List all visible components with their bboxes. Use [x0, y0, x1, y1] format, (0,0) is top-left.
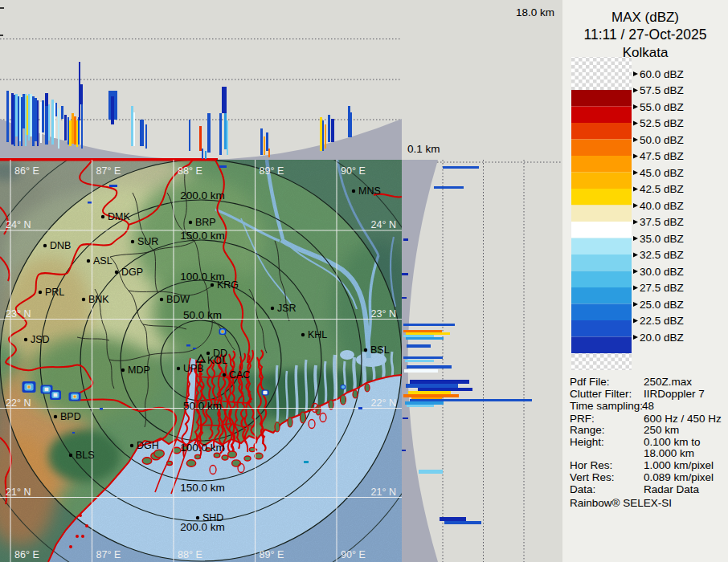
svg-text:52.5 dBZ: 52.5 dBZ — [640, 117, 684, 129]
svg-text:57.5 dBZ: 57.5 dBZ — [640, 84, 684, 96]
svg-text:0.089 km/pixel: 0.089 km/pixel — [644, 471, 714, 483]
svg-text:Clutter Filter:: Clutter Filter: — [570, 388, 632, 400]
svg-text:Rainbow® SELEX-SI: Rainbow® SELEX-SI — [570, 497, 672, 509]
svg-text:11:11 / 27-Oct-2025: 11:11 / 27-Oct-2025 — [583, 26, 706, 43]
svg-text:32.5 dBZ: 32.5 dBZ — [640, 249, 684, 261]
svg-text:47.5 dBZ: 47.5 dBZ — [640, 150, 684, 162]
svg-text:60.0 dBZ: 60.0 dBZ — [640, 68, 684, 80]
svg-text:50.0 dBZ: 50.0 dBZ — [640, 134, 684, 146]
svg-text:1.000 km/pixel: 1.000 km/pixel — [644, 459, 714, 471]
svg-text:27.5 dBZ: 27.5 dBZ — [640, 282, 684, 294]
svg-text:40.0 dBZ: 40.0 dBZ — [640, 200, 684, 212]
svg-text:Data:: Data: — [570, 483, 595, 495]
svg-text:250Z.max: 250Z.max — [644, 376, 692, 388]
svg-text:18.0 km: 18.0 km — [516, 6, 554, 18]
svg-text:35.0 dBZ: 35.0 dBZ — [640, 233, 684, 245]
svg-text:0.1 km: 0.1 km — [407, 143, 440, 155]
svg-text:22.5 dBZ: 22.5 dBZ — [640, 315, 684, 327]
svg-text:Height:: Height: — [570, 436, 604, 448]
svg-text:30.0 dBZ: 30.0 dBZ — [640, 266, 684, 278]
svg-text:250 km: 250 km — [644, 424, 679, 436]
svg-text:Range:: Range: — [570, 424, 605, 436]
svg-text:Time sampling:: Time sampling: — [570, 400, 643, 412]
svg-text:42.5 dBZ: 42.5 dBZ — [640, 183, 684, 195]
svg-text:Pdf File:: Pdf File: — [570, 376, 610, 388]
svg-text:Radar Data: Radar Data — [644, 483, 700, 495]
svg-text:MAX (dBZ): MAX (dBZ) — [611, 10, 679, 25]
svg-text:Hor Res:: Hor Res: — [570, 459, 612, 471]
svg-text:IIRDoppler 7: IIRDoppler 7 — [644, 388, 705, 400]
svg-text:25.0 dBZ: 25.0 dBZ — [640, 299, 684, 311]
svg-text:18.000 km: 18.000 km — [644, 447, 694, 459]
svg-text:20.0 dBZ: 20.0 dBZ — [640, 332, 684, 344]
svg-text:48: 48 — [642, 400, 654, 412]
svg-text:45.0 dBZ: 45.0 dBZ — [640, 167, 684, 179]
svg-text:0.100 km to: 0.100 km to — [644, 436, 701, 448]
svg-text:55.0 dBZ: 55.0 dBZ — [640, 101, 684, 113]
svg-text:600 Hz / 450 Hz: 600 Hz / 450 Hz — [644, 413, 722, 425]
svg-text:37.5 dBZ: 37.5 dBZ — [640, 216, 684, 228]
svg-text:Vert Res:: Vert Res: — [570, 471, 615, 483]
svg-text:PRF:: PRF: — [570, 413, 595, 425]
